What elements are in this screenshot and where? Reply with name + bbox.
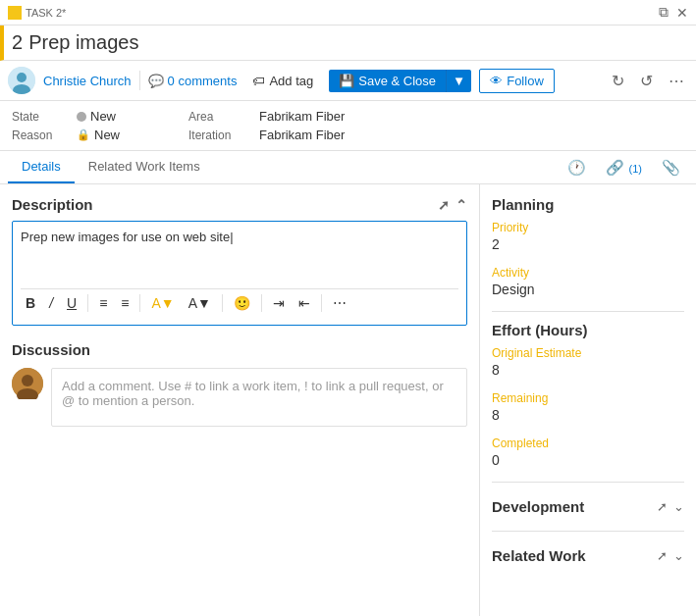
related-work-header[interactable]: Related Work ➚ ⌄	[492, 541, 684, 570]
discussion-title: Discussion	[12, 341, 467, 358]
expand-icon[interactable]: ➚	[438, 197, 450, 213]
title-area: 2 Prep images	[0, 26, 696, 61]
remaining-field: Remaining 8	[492, 391, 684, 423]
comment-area: Add a comment. Use # to link a work item…	[12, 368, 467, 427]
completed-field: Completed 0	[492, 436, 684, 468]
description-icons[interactable]: ➚ ⌃	[438, 197, 467, 213]
expand-icon[interactable]: ⧉	[659, 4, 669, 21]
history-tab-icon[interactable]: 🕐	[560, 155, 594, 180]
description-section-header: Description ➚ ⌃	[12, 196, 467, 213]
planning-title: Planning	[492, 196, 684, 213]
collapse-icon[interactable]: ⌃	[455, 197, 467, 213]
activity-value: Design	[492, 282, 684, 297]
more-button[interactable]: ⋯	[328, 293, 351, 313]
bold-button[interactable]: B	[21, 293, 40, 313]
comments-button[interactable]: 💬 0 comments	[148, 74, 238, 88]
tab-related-work-items[interactable]: Related Work Items	[75, 151, 214, 183]
chevron-down-icon[interactable]: ⌄	[673, 499, 684, 514]
top-bar-icons: ⧉ ✕	[659, 4, 688, 21]
description-title: Description	[12, 196, 93, 213]
follow-button[interactable]: 👁 Follow	[479, 69, 555, 93]
tab-details[interactable]: Details	[8, 151, 75, 183]
task-number: 2	[12, 31, 23, 54]
development-icons: ➚ ⌄	[657, 499, 684, 514]
meta-row: State New Reason 🔒 New Area Fabrikam Fib…	[0, 101, 696, 151]
iteration-label: Iteration	[188, 128, 247, 142]
undo-button[interactable]: ↺	[636, 68, 657, 94]
attachments-tab-icon[interactable]: 📎	[654, 155, 688, 180]
activity-field: Activity Design	[492, 266, 684, 297]
divider-2	[492, 482, 684, 483]
highlight-button[interactable]: A▼	[146, 293, 179, 313]
original-estimate-value: 8	[492, 362, 684, 378]
area-label: Area	[188, 110, 247, 124]
bullet-button[interactable]: ≡	[116, 293, 134, 313]
save-close-button[interactable]: 💾 Save & Close	[329, 70, 446, 92]
task-title: Prep images	[28, 31, 138, 54]
refresh-button[interactable]: ↻	[608, 68, 628, 94]
reason-field: Reason 🔒 New	[12, 128, 169, 142]
separator	[222, 294, 223, 312]
content-area: Description ➚ ⌃ Prep new images for use …	[0, 184, 696, 616]
meta-col-left: State New Reason 🔒 New	[12, 109, 169, 142]
remaining-value: 8	[492, 407, 684, 423]
separator	[139, 71, 140, 90]
expand-icon[interactable]: ➚	[657, 499, 668, 514]
task-tag: TASK 2*	[8, 6, 66, 20]
reason-label: Reason	[12, 128, 71, 142]
task-tag-text: TASK 2*	[26, 7, 66, 19]
save-close-wrapper: 💾 Save & Close ▼	[329, 70, 471, 92]
underline-button[interactable]: U	[62, 293, 81, 313]
eye-icon: 👁	[490, 74, 503, 88]
remaining-label: Remaining	[492, 391, 684, 405]
separator	[321, 294, 322, 312]
add-tag-button[interactable]: 🏷 Add tag	[244, 70, 321, 92]
comments-count: 0 comments	[168, 74, 238, 88]
original-estimate-field: Original Estimate 8	[492, 346, 684, 378]
state-value: New	[77, 109, 116, 124]
chevron-down-icon[interactable]: ⌄	[673, 548, 684, 563]
state-field: State New	[12, 109, 169, 124]
svg-point-4	[22, 375, 33, 386]
expand-icon[interactable]: ➚	[657, 548, 668, 563]
related-work-section: Related Work ➚ ⌄	[492, 541, 684, 570]
links-tab-icon[interactable]: 🔗 (1)	[598, 155, 650, 180]
description-text[interactable]: Prep new images for use on web site|	[21, 230, 458, 288]
meta-col-right: Area Fabrikam Fiber Iteration Fabrikam F…	[188, 109, 345, 142]
tag-icon: 🏷	[252, 74, 265, 88]
outdent-button[interactable]: ⇤	[294, 293, 315, 313]
top-bar: TASK 2* ⧉ ✕	[0, 0, 696, 26]
activity-label: Activity	[492, 266, 684, 280]
tabs: Details Related Work Items 🕐 🔗 (1) 📎	[0, 151, 696, 184]
completed-label: Completed	[492, 436, 684, 450]
user-name[interactable]: Christie Church	[43, 74, 132, 88]
comment-icon: 💬	[148, 74, 164, 88]
task-icon	[8, 6, 22, 20]
divider	[492, 311, 684, 312]
indent-button[interactable]: ⇥	[268, 293, 290, 313]
italic-button[interactable]: /	[44, 293, 58, 313]
related-work-title: Related Work	[492, 547, 586, 564]
emoji-button[interactable]: 🙂	[229, 293, 255, 313]
description-editor[interactable]: Prep new images for use on web site| B /…	[12, 221, 467, 326]
area-field: Area Fabrikam Fiber	[188, 109, 345, 124]
development-header[interactable]: Development ➚ ⌄	[492, 492, 684, 521]
comment-input[interactable]: Add a comment. Use # to link a work item…	[51, 368, 467, 427]
priority-field: Priority 2	[492, 221, 684, 252]
separator	[139, 294, 140, 312]
tab-icons: 🕐 🔗 (1) 📎	[560, 155, 688, 180]
lock-icon: 🔒	[77, 128, 90, 141]
discussion-section: Discussion Add a comment. Use # to link …	[12, 341, 467, 427]
color-button[interactable]: A▼	[184, 293, 216, 313]
more-options-button[interactable]: ⋯	[665, 68, 688, 94]
align-button[interactable]: ≡	[94, 293, 112, 313]
save-close-dropdown[interactable]: ▼	[446, 70, 471, 92]
development-section: Development ➚ ⌄	[492, 492, 684, 521]
svg-point-1	[17, 73, 27, 82]
state-label: State	[12, 110, 71, 124]
close-icon[interactable]: ✕	[676, 5, 688, 21]
priority-label: Priority	[492, 221, 684, 234]
state-dot	[77, 112, 86, 122]
reason-value: 🔒 New	[77, 128, 120, 142]
original-estimate-label: Original Estimate	[492, 346, 684, 360]
